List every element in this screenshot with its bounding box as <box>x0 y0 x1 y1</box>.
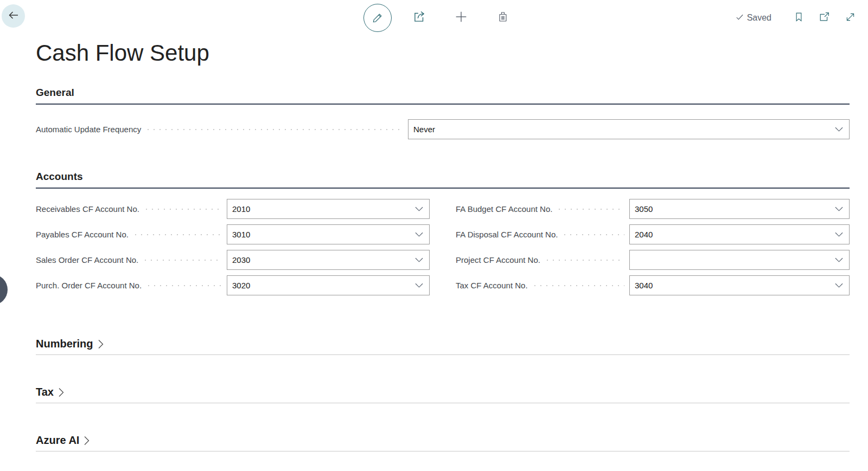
project-cf-account-no-combobox[interactable] <box>629 250 850 270</box>
save-status-label: Saved <box>747 13 771 23</box>
fa-budget-cf-account-no-combobox[interactable]: 3050 <box>629 199 850 219</box>
section-numbering-title: Numbering <box>36 338 93 350</box>
bookmark-icon <box>793 15 805 24</box>
section-accounts: Accounts Receivables CF Account No.2010P… <box>36 171 850 301</box>
fa-disposal-cf-account-no-value: 2040 <box>630 230 835 239</box>
field-row-automatic-update-frequency: Automatic Update FrequencyNever <box>36 119 850 139</box>
purch-order-cf-account-no-label: Purch. Order CF Account No. <box>36 281 142 290</box>
toolbar-center <box>362 0 518 36</box>
add-icon <box>454 9 469 27</box>
dotted-leader <box>148 285 222 286</box>
dotted-leader <box>135 234 222 235</box>
section-numbering-header[interactable]: Numbering <box>36 338 850 350</box>
purch-order-cf-account-no-combobox[interactable]: 3020 <box>227 275 430 295</box>
section-general: General Automatic Update FrequencyNever <box>36 87 850 139</box>
open-in-new-window-icon <box>819 15 831 24</box>
field-row-purch-order-cf-account-no: Purch. Order CF Account No.3020 <box>36 275 430 295</box>
back-button[interactable] <box>2 4 25 28</box>
delete-icon <box>496 10 509 25</box>
section-azure-ai: Azure AI <box>36 434 850 451</box>
automatic-update-frequency-label: Automatic Update Frequency <box>36 125 141 134</box>
chevron-down-icon <box>415 283 423 288</box>
section-accounts-rule <box>36 188 850 189</box>
chevron-down-icon <box>415 257 423 263</box>
chevron-right-icon <box>84 436 90 446</box>
chevron-right-icon <box>58 388 65 397</box>
field-row-receivables-cf-account-no: Receivables CF Account No.2010 <box>36 199 430 219</box>
dotted-leader <box>146 209 222 210</box>
chevron-down-icon <box>835 283 843 288</box>
section-accounts-header[interactable]: Accounts <box>36 171 83 183</box>
sales-order-cf-account-no-value: 2030 <box>227 255 415 264</box>
chevron-down-icon <box>835 257 843 263</box>
expand-button[interactable] <box>845 11 856 25</box>
automatic-update-frequency-value: Never <box>409 125 835 134</box>
section-tax-rule <box>36 403 850 403</box>
dotted-leader <box>148 129 403 130</box>
top-bar: Saved <box>0 0 868 36</box>
field-row-fa-budget-cf-account-no: FA Budget CF Account No.3050 <box>456 199 850 219</box>
dotted-leader <box>534 285 624 286</box>
field-row-sales-order-cf-account-no: Sales Order CF Account No.2030 <box>36 250 430 270</box>
payables-cf-account-no-combobox[interactable]: 3010 <box>227 224 430 244</box>
project-cf-account-no-label: Project CF Account No. <box>456 255 540 264</box>
receivables-cf-account-no-combobox[interactable]: 2010 <box>227 199 430 219</box>
chevron-down-icon <box>415 207 423 212</box>
tax-cf-account-no-value: 3040 <box>630 281 835 290</box>
accounts-grid: Receivables CF Account No.2010Payables C… <box>36 199 850 301</box>
collapsed-sections: NumberingTaxAzure AI <box>36 338 850 451</box>
section-general-rule <box>36 104 850 105</box>
fa-budget-cf-account-no-label: FA Budget CF Account No. <box>456 204 552 214</box>
section-azure-ai-title: Azure AI <box>36 434 79 447</box>
chevron-down-icon <box>415 232 423 237</box>
payables-cf-account-no-value: 3010 <box>227 230 415 239</box>
open-in-new-window-button[interactable] <box>819 11 831 25</box>
field-row-tax-cf-account-no: Tax CF Account No.3040 <box>456 275 850 295</box>
section-azure-ai-header[interactable]: Azure AI <box>36 434 850 447</box>
dotted-leader <box>564 234 624 235</box>
sales-order-cf-account-no-label: Sales Order CF Account No. <box>36 255 138 264</box>
automatic-update-frequency-combobox[interactable]: Never <box>408 119 850 139</box>
save-status: Saved <box>735 12 771 24</box>
field-row-payables-cf-account-no: Payables CF Account No.3010 <box>36 224 430 244</box>
chevron-down-icon <box>835 232 843 237</box>
section-tax-header[interactable]: Tax <box>36 386 850 398</box>
section-general-fields: Automatic Update FrequencyNever <box>36 119 850 139</box>
page-content: General Automatic Update FrequencyNever … <box>36 87 850 451</box>
section-tax-title: Tax <box>36 386 54 398</box>
section-numbering: Numbering <box>36 338 850 355</box>
delete-button[interactable] <box>488 4 518 32</box>
dotted-leader <box>547 260 624 261</box>
check-icon <box>735 12 744 24</box>
section-azure-ai-rule <box>36 451 850 451</box>
payables-cf-account-no-label: Payables CF Account No. <box>36 230 129 239</box>
sales-order-cf-account-no-combobox[interactable]: 2030 <box>227 250 430 270</box>
edit-icon <box>363 4 392 32</box>
edit-button[interactable] <box>362 4 393 32</box>
field-row-fa-disposal-cf-account-no: FA Disposal CF Account No.2040 <box>456 224 850 244</box>
bookmark-button[interactable] <box>793 11 805 25</box>
fa-disposal-cf-account-no-combobox[interactable]: 2040 <box>629 224 850 244</box>
tax-cf-account-no-label: Tax CF Account No. <box>456 281 528 290</box>
expand-icon <box>845 15 856 24</box>
tax-cf-account-no-combobox[interactable]: 3040 <box>629 275 850 295</box>
back-arrow-icon <box>7 9 20 24</box>
fa-disposal-cf-account-no-label: FA Disposal CF Account No. <box>456 230 558 239</box>
section-tax: Tax <box>36 386 850 403</box>
add-button[interactable] <box>446 4 476 32</box>
share-button[interactable] <box>404 4 435 32</box>
purch-order-cf-account-no-value: 3020 <box>227 281 415 290</box>
chevron-down-icon <box>835 207 843 212</box>
chevron-down-icon <box>835 127 843 132</box>
receivables-cf-account-no-value: 2010 <box>227 204 415 214</box>
page-title: Cash Flow Setup <box>36 40 868 66</box>
toolbar-right: Saved <box>735 0 856 36</box>
accounts-left-column: Receivables CF Account No.2010Payables C… <box>36 199 430 301</box>
share-icon <box>412 10 426 26</box>
field-row-project-cf-account-no: Project CF Account No. <box>456 250 850 270</box>
dotted-leader <box>559 209 624 210</box>
fa-budget-cf-account-no-value: 3050 <box>630 204 835 214</box>
side-panel-handle[interactable] <box>0 274 8 305</box>
section-general-header[interactable]: General <box>36 87 74 99</box>
accounts-right-column: FA Budget CF Account No.3050FA Disposal … <box>456 199 850 301</box>
